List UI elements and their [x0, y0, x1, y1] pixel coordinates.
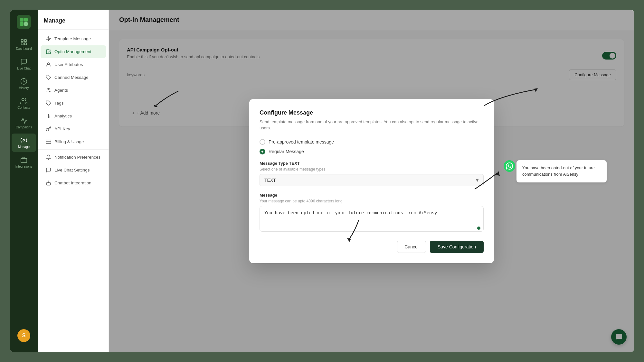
sidebar-item-live-chat-settings[interactable]: Live Chat Settings	[41, 164, 106, 176]
sidebar-item-user-attributes[interactable]: User Attributes	[41, 58, 106, 71]
radio-regular[interactable]: Regular Message	[260, 149, 484, 154]
sidebar-item-history[interactable]: History	[12, 75, 36, 93]
message-type-select[interactable]: TEXT	[260, 174, 484, 186]
dialog-footer: Cancel Save Configuration	[260, 241, 484, 253]
left-sidebar: Manage Template Message Optin Management	[38, 10, 109, 352]
message-box-wrapper: You have been opted-out of your future c…	[260, 206, 484, 233]
message-field-section: Message Your message can be upto 4096 ch…	[260, 193, 484, 233]
sidebar-item-analytics[interactable]: Analytics	[41, 110, 106, 122]
sidebar-item-integrations[interactable]: Integrations	[12, 153, 36, 172]
whatsapp-preview-bubble: You have been opted-out of your future c…	[516, 160, 607, 183]
svg-point-15	[47, 88, 49, 90]
cancel-button[interactable]: Cancel	[397, 241, 426, 253]
dialog-title: Configure Message	[260, 109, 484, 116]
icon-sidebar: Dashboard Live Chat History Contacts	[10, 10, 38, 352]
svg-point-22	[48, 181, 49, 182]
message-type-label: Message Type TEXT	[260, 161, 484, 166]
message-textarea[interactable]: You have been opted-out of your future c…	[260, 206, 484, 232]
svg-marker-28	[347, 238, 351, 242]
dialog-description: Send template message from one of your p…	[260, 119, 484, 131]
svg-rect-6	[21, 43, 23, 45]
sidebar-item-billing[interactable]: Billing & Usage	[41, 135, 106, 148]
sidebar-item-template-message[interactable]: Template Message	[41, 32, 106, 45]
sidebar-item-agents[interactable]: Agents	[41, 84, 106, 97]
svg-rect-21	[46, 183, 51, 185]
svg-rect-7	[24, 43, 26, 45]
app-logo[interactable]	[17, 15, 31, 29]
sidebar-item-notification-preferences[interactable]: Notification Preferences	[41, 151, 106, 163]
message-type-radio-group: Pre-approved template message Regular Me…	[260, 139, 484, 154]
svg-rect-3	[24, 22, 28, 26]
arrow-down-annotation	[333, 217, 372, 243]
svg-point-9	[22, 98, 24, 101]
message-type-hint: Select one of available message types	[260, 167, 484, 172]
message-status-indicator	[477, 227, 480, 230]
sidebar-item-dashboard[interactable]: Dashboard	[12, 35, 36, 54]
message-hint: Your message can be upto 4096 characters…	[260, 199, 484, 203]
radio-circle-pre-approved	[260, 139, 265, 145]
user-avatar[interactable]: S	[17, 329, 30, 342]
sidebar-item-api-key[interactable]: API Key	[41, 123, 106, 135]
sidebar-item-chatbot-integration[interactable]: Chatbot Integration	[41, 177, 106, 189]
arrow-annotation-top	[481, 83, 545, 110]
sidebar-item-manage[interactable]: Manage	[12, 134, 36, 152]
svg-rect-2	[20, 22, 24, 26]
svg-rect-19	[46, 140, 51, 144]
app-container: Dashboard Live Chat History Contacts	[10, 10, 634, 352]
radio-circle-regular	[260, 149, 265, 154]
sidebar-item-contacts[interactable]: Contacts	[12, 94, 36, 113]
configure-message-dialog: Configure Message Send template message …	[249, 99, 494, 263]
save-configuration-button[interactable]: Save Configuration	[430, 241, 484, 253]
svg-rect-5	[24, 40, 26, 42]
main-content: Opt-in Management API Campaign Opt-out E…	[109, 10, 634, 352]
arrow-top-right-annotation	[481, 83, 545, 109]
radio-label-regular: Regular Message	[269, 149, 304, 154]
svg-rect-1	[24, 18, 28, 22]
message-type-select-wrapper: TEXT ▼	[260, 174, 484, 186]
message-label: Message	[260, 193, 484, 198]
svg-rect-0	[20, 18, 24, 22]
svg-marker-12	[46, 36, 51, 41]
sidebar-menu: Template Message Optin Management User A…	[38, 30, 109, 192]
whatsapp-icon	[504, 160, 515, 172]
sidebar-item-canned-message[interactable]: Canned Message	[41, 71, 106, 84]
sidebar-title: Manage	[38, 10, 109, 30]
radio-pre-approved[interactable]: Pre-approved template message	[260, 139, 484, 145]
radio-label-pre-approved: Pre-approved template message	[269, 139, 334, 144]
svg-point-10	[23, 139, 25, 141]
svg-rect-4	[21, 40, 23, 42]
message-type-field: Message Type TEXT Select one of availabl…	[260, 161, 484, 186]
sidebar-item-optin-management[interactable]: Optin Management	[41, 45, 106, 58]
sidebar-item-live-chat[interactable]: Live Chat	[12, 55, 36, 73]
dialog-overlay: Configure Message Send template message …	[109, 10, 634, 352]
arrow-annotation-3	[333, 217, 372, 244]
sidebar-item-campaigns[interactable]: Campaigns	[12, 114, 36, 132]
svg-rect-11	[21, 158, 27, 162]
sidebar-item-tags[interactable]: Tags	[41, 97, 106, 109]
